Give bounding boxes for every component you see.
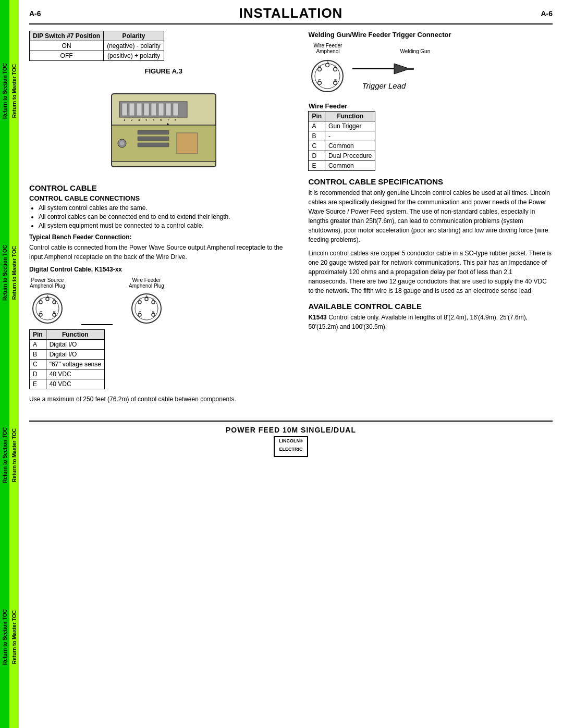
side-tab-section-4[interactable]: Return to Section TOC xyxy=(0,546,9,728)
list-item: All control cables can be connected end … xyxy=(39,213,298,220)
svg-rect-20 xyxy=(138,130,169,134)
svg-rect-23 xyxy=(177,133,198,154)
pin-table: Pin Function A Digital I/O B Digital I/O xyxy=(29,329,105,389)
k1543-label: K1543 xyxy=(308,314,326,321)
connector-diagram: Power SourceAmphenol Plug D E A xyxy=(29,277,298,325)
svg-point-25 xyxy=(120,141,124,145)
wf-pin-c: C xyxy=(309,141,325,151)
wf-pin-a: A xyxy=(309,121,325,131)
func-b: Digital I/O xyxy=(46,350,104,360)
wf-pin-b: B xyxy=(309,131,325,141)
table-row: B Digital I/O xyxy=(30,350,105,360)
specs-para1: It is recommended that only genuine Linc… xyxy=(308,188,553,244)
typical-bench-label: Typical Bench Feeder Connection: xyxy=(29,233,298,241)
logo-line1: LINCOLN xyxy=(279,438,300,443)
wire-feeder-connector-2: Wire FeederAmphenol Plug D E A C xyxy=(128,277,165,325)
svg-rect-3 xyxy=(129,103,134,116)
typical-bench-text: Control cable is connected from the Powe… xyxy=(29,243,298,262)
dip-table: DIP Switch #7 Position Polarity ON (nega… xyxy=(29,31,164,61)
wire-feeder-svg: D E A C B xyxy=(128,289,165,325)
dip-col1-header: DIP Switch #7 Position xyxy=(30,31,104,41)
digital-cable-label: Digital Control Cable, K1543-xx xyxy=(29,266,298,273)
side-tab-section-3[interactable]: Return to Section TOC xyxy=(0,364,9,546)
side-tab-master-4[interactable]: Return to Master TOC xyxy=(9,546,19,728)
svg-rect-63 xyxy=(405,68,414,70)
welding-gun-label: Welding Gun xyxy=(400,48,431,54)
pin-d: D xyxy=(30,369,46,379)
wire-feeder-table-section: Wire Feeder Pin Function A Gun Trigger xyxy=(308,101,553,171)
svg-text:B: B xyxy=(334,78,337,83)
svg-text:C: C xyxy=(40,311,42,314)
wire-feeder-amphenol-label: Wire FeederAmphenol xyxy=(308,43,347,54)
svg-text:A: A xyxy=(326,60,329,65)
logo-reg: ® xyxy=(300,439,303,443)
side-tab-section-2[interactable]: Return to Section TOC xyxy=(0,182,9,364)
svg-text:A: A xyxy=(145,295,148,299)
header-left: A-6 xyxy=(29,9,41,18)
svg-rect-4 xyxy=(137,103,142,116)
header-title: INSTALLATION xyxy=(41,5,541,21)
wf-pin-e: E xyxy=(309,161,325,171)
svg-text:B: B xyxy=(152,311,155,314)
wf-table-title: Wire Feeder xyxy=(309,101,375,112)
side-tab-master-1[interactable]: Return to Master TOC xyxy=(9,0,19,182)
gun-line-svg xyxy=(352,58,415,79)
func-c: "67" voltage sense xyxy=(46,360,104,369)
specs-section: CONTROL CABLE SPECIFICATIONS It is recom… xyxy=(308,177,553,295)
control-cable-section: CONTROL CABLE CONTROL CABLE CONNECTIONS … xyxy=(29,183,298,404)
side-tab-section-1[interactable]: Return to Section TOC xyxy=(0,0,9,182)
svg-rect-22 xyxy=(138,143,169,147)
available-title: AVAILABLE CONTROL CABLE xyxy=(308,302,553,311)
wire-feeder-amphenol-wrap: Wire FeederAmphenol D E A xyxy=(308,43,347,96)
table-row: E Common xyxy=(309,161,375,171)
svg-rect-5 xyxy=(144,103,149,116)
max-cable-text: Use a maximum of 250 feet (76.2m) of con… xyxy=(29,394,298,404)
power-source-connector: Power SourceAmphenol Plug D E A xyxy=(29,277,66,325)
figure-a3-section: FIGURE A.3 xyxy=(29,67,298,177)
svg-rect-8 xyxy=(166,103,171,116)
pin-b: B xyxy=(30,350,46,360)
specs-para2: Lincoln control cables are copper 5 cond… xyxy=(308,249,553,295)
func-d: 40 VDC xyxy=(46,369,104,379)
side-tab-master-2[interactable]: Return to Master TOC xyxy=(9,182,19,364)
dip-table-section: DIP Switch #7 Position Polarity ON (nega… xyxy=(29,31,298,61)
dip-row1-col2: (negative) - polarity xyxy=(104,41,164,51)
dip-col2-header: Polarity xyxy=(104,31,164,41)
svg-text:B: B xyxy=(53,311,56,314)
table-row: E 40 VDC xyxy=(30,379,105,389)
svg-text:C: C xyxy=(139,311,141,314)
trigger-lead-text: Trigger Lead xyxy=(362,81,406,90)
func-a: Digital I/O xyxy=(46,340,104,350)
power-source-svg: D E A C B xyxy=(29,289,66,325)
wf-func-a: Gun Trigger xyxy=(325,121,375,131)
wf-pin-header: Pin xyxy=(309,112,325,121)
wire-feeder-label-2: Wire FeederAmphenol Plug xyxy=(129,277,164,289)
available-text: K1543 Control cable only. Available in l… xyxy=(308,313,553,331)
page-header: A-6 INSTALLATION A-6 xyxy=(29,5,553,24)
welding-connector-section: Welding Gun/Wire Feeder Trigger Connecto… xyxy=(308,31,553,171)
figure-label: FIGURE A.3 xyxy=(29,67,298,75)
svg-text:D: D xyxy=(40,298,42,302)
wf-function-header: Function xyxy=(325,112,375,121)
pin-header: Pin xyxy=(30,330,46,340)
table-row: D Dual Procedure xyxy=(309,151,375,161)
svg-text:C: C xyxy=(318,78,321,83)
pin-e: E xyxy=(30,379,46,389)
side-tab-master-3[interactable]: Return to Master TOC xyxy=(9,364,19,546)
dip-row2-col1: OFF xyxy=(30,51,104,61)
svg-text:A: A xyxy=(46,295,49,299)
wire-feeder-amphenol-svg: D E A C B xyxy=(308,55,347,94)
list-item: All system control cables are the same. xyxy=(39,204,298,212)
func-e: 40 VDC xyxy=(46,379,104,389)
wf-func-e: Common xyxy=(325,161,375,171)
table-row: C "67" voltage sense xyxy=(30,360,105,369)
connections-list: All system control cables are the same. … xyxy=(29,204,298,229)
pin-c: C xyxy=(30,360,46,369)
svg-rect-9 xyxy=(173,103,178,116)
connections-title: CONTROL CABLE CONNECTIONS xyxy=(29,194,298,202)
table-row: B - xyxy=(309,131,375,141)
welding-connector-title: Welding Gun/Wire Feeder Trigger Connecto… xyxy=(308,31,553,39)
figure-a3-image: 1 2 3 4 5 6 7 8 xyxy=(96,78,231,177)
dip-row2-col2: (positive) + polarity xyxy=(104,51,164,61)
welding-diagram: Wire FeederAmphenol D E A xyxy=(308,43,553,96)
